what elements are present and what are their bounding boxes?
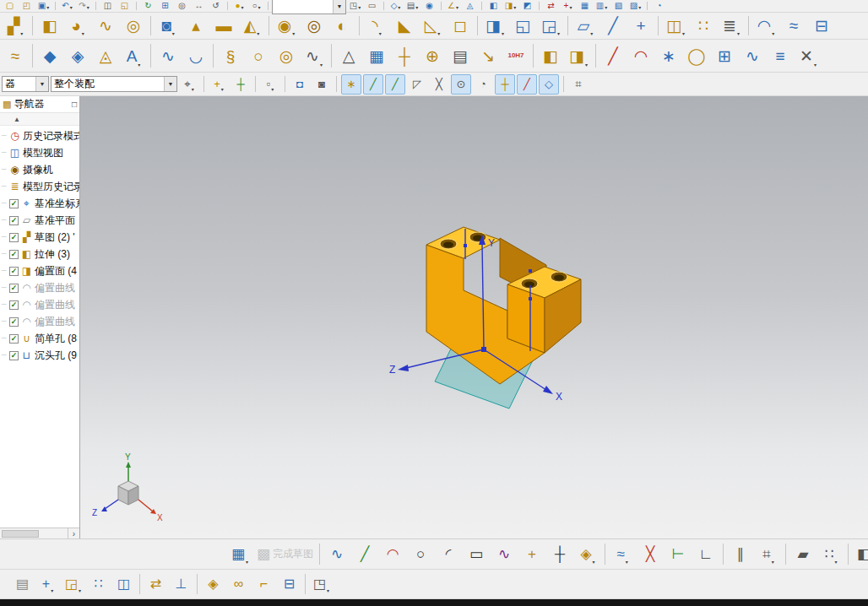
extrude-checkbox[interactable]: ✓ [9,250,19,259]
tree-item-datum-plane[interactable]: ┄✓▱基准平面 [0,212,79,229]
chain-icon[interactable]: ∞ [226,572,251,596]
point-icon[interactable]: + [627,14,654,39]
blue-cube-icon[interactable]: ◧ [486,0,502,13]
dropdown-arrow-icon[interactable]: ▾ [737,30,740,38]
shell-icon[interactable]: ◻ [447,14,474,39]
quadrant-toggle[interactable]: ◔ [473,74,493,95]
dropdown-arrow-icon[interactable]: ▾ [513,4,516,12]
swap-arrows-icon[interactable]: ⇄ [543,0,559,13]
more-icon[interactable]: ≣▾ [718,14,745,39]
cross-icon[interactable]: ┼ [391,42,418,70]
sketch-point[interactable] [464,244,467,247]
zoom-icon[interactable]: ◎ [174,0,190,13]
datum-plane-checkbox[interactable]: ✓ [9,216,19,225]
arc-center-toggle[interactable]: ⊙ [451,74,471,95]
copy-icon[interactable]: ◫ [100,0,116,13]
pattern-component-icon[interactable]: ∷ [86,572,111,596]
dropdown-arrow-icon[interactable]: ▾ [82,30,84,38]
window-icon[interactable]: ◳▾ [347,0,363,13]
coil-icon[interactable]: ◎ [273,42,300,70]
undo-icon[interactable]: ↶▾ [59,0,75,13]
split-body-icon[interactable]: ◲▾ [537,14,564,39]
add-component-icon[interactable]: +▾ [35,572,60,596]
control-point-toggle[interactable]: ◸ [407,74,427,95]
grid-blue-icon[interactable]: ▦ [577,0,593,13]
scrollbar-right-arrow[interactable]: › [68,528,79,538]
mirror-feature-icon[interactable]: ◫▾ [662,14,689,39]
edge-blend-icon[interactable]: ◝▾ [363,14,390,39]
clipboard-icon[interactable]: ▤ [10,572,35,596]
view-triad[interactable]: Y X Z [92,452,163,522]
dropdown-arrow-icon[interactable]: ▾ [172,30,175,38]
make-corner-icon[interactable]: ∟ [692,542,719,567]
leader-icon[interactable]: ↘ [475,42,502,70]
dropdown-arrow-icon[interactable]: ▾ [320,62,323,69]
snap-settings-icon[interactable]: ⌖▾ [179,74,199,95]
tree-item-datum-csys[interactable]: ┄✓⌖基准坐标系 [0,195,79,212]
dropdown-arrow-icon[interactable]: ▾ [456,4,458,12]
dropdown-arrow-icon[interactable]: ▾ [241,4,244,12]
dropdown-arrow-icon[interactable]: ▾ [258,4,261,12]
tree-item-simple-hole[interactable]: ┄✓∪简单孔 (8 [0,330,79,347]
combine-curve-icon[interactable]: ◡ [182,42,209,70]
dropdown-arrow-icon[interactable]: ▾ [682,30,685,38]
coincident-icon[interactable]: ┼ [546,542,573,567]
intersection-toggle[interactable]: ╳ [429,74,449,95]
fillet-icon[interactable]: ◜ [435,542,462,567]
mesh-grid-icon[interactable]: ▦ [363,42,390,70]
isoline-icon[interactable]: ≡ [767,42,794,70]
xform-icon[interactable]: ◈ [64,42,91,70]
offset-face-checkbox[interactable]: ✓ [9,267,19,276]
orient-sketch-icon[interactable]: ◧▾ [852,542,868,567]
box-select-icon[interactable]: ▫▾ [260,74,280,95]
z-axis-arrowhead[interactable] [398,365,409,371]
move-component-icon[interactable]: ⇄ [144,572,168,596]
swept-icon[interactable]: ∿ [92,14,119,39]
deform-icon[interactable]: ◬ [92,42,119,70]
explode-icon[interactable]: ◳▾ [309,572,334,596]
tolerance-10h7-label[interactable]: 10H7 [502,42,529,70]
chart-icon[interactable]: ▧ [610,0,627,13]
dropdown-arrow-icon[interactable]: ▾ [257,30,259,38]
datum-plane-icon[interactable]: ▱▾ [572,14,599,39]
revolve-icon[interactable]: ◕▾ [64,14,91,39]
endpoint-toggle[interactable]: ╱ [363,74,383,95]
ring-icon[interactable]: ○ [245,42,272,70]
graphics-window[interactable]: Y X Z Y X Z [80,96,868,538]
gear-icon[interactable]: ⊕ [419,42,446,70]
simple-hole-checkbox[interactable]: ✓ [9,334,19,344]
line-red-icon[interactable]: ╱ [599,42,627,70]
quick-trim-icon[interactable]: ╳ [637,542,664,567]
pan-icon[interactable]: ↔ [191,0,207,13]
dropdown-arrow-icon[interactable]: ▾ [437,30,440,38]
new-component-icon[interactable]: ◲▾ [61,572,85,596]
create-point-icon[interactable]: +▾ [209,74,229,95]
offset-face-icon[interactable]: ◨▾ [481,14,508,39]
datum-csys-checkbox[interactable]: ✓ [9,199,19,208]
auto-dimension-icon[interactable]: ⌗▾ [755,542,782,567]
dropdown-arrow-icon[interactable]: ▾ [79,587,81,595]
wireframe-view-icon[interactable]: ○▾ [248,0,264,13]
annotation-icon[interactable]: ▤ [447,42,474,70]
tree-item-model-history[interactable]: ┄≣模型历史记录 [0,178,79,195]
dropdown-arrow-icon[interactable]: ▾ [398,4,400,12]
tree-item-offset-curve-3[interactable]: ┄✓◠偏置曲线 [0,313,79,330]
extrude-icon[interactable]: ◧ [36,14,63,39]
block-gold-icon[interactable]: ◧ [537,42,564,70]
dropdown-arrow-icon[interactable]: ▾ [605,4,607,12]
dropdown-arrow-icon[interactable]: ▾ [87,4,90,12]
direct-sketch-icon[interactable]: ▞▾ [2,14,29,39]
dropdown-arrow-icon[interactable]: ▾ [590,30,593,38]
dropdown-arrow-icon[interactable]: ▾ [327,587,329,595]
finish-sketch-button[interactable]: ▩完成草图 [254,542,316,567]
midline-toggle[interactable]: ╱ [517,74,537,95]
arc-icon[interactable]: ◠ [379,542,406,567]
show-constraints-icon[interactable]: ▰ [789,542,816,567]
touch-mode-icon[interactable]: ▭ [364,0,380,13]
pattern-icon[interactable]: ∷▾ [817,542,844,567]
block-pair-icon[interactable]: ◨▾ [565,42,592,70]
dropdown-arrow-icon[interactable]: ▾ [221,86,224,94]
filter-combo[interactable]: 器▼ [2,76,49,92]
wave-link-icon[interactable]: ◈ [201,572,225,596]
hole-bore[interactable] [443,241,453,247]
